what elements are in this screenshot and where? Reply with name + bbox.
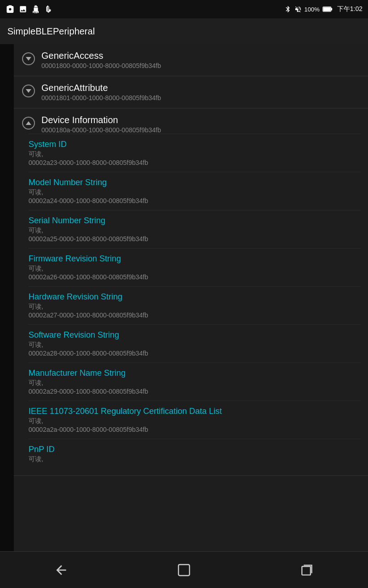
characteristic-item-serial-number-string[interactable]: Serial Number String 可读, 00002a25-0000-1… xyxy=(29,210,361,248)
characteristic-props-hardware-revision-string: 可读, xyxy=(29,303,353,311)
characteristic-props-ieee-cert: 可读, xyxy=(29,417,353,425)
characteristic-props-pnp-id: 可读, xyxy=(29,455,353,464)
bluetooth-icon xyxy=(284,5,292,14)
chevron-btn-generic-attribute[interactable] xyxy=(21,84,36,98)
svg-rect-4 xyxy=(302,566,310,575)
characteristic-item-software-revision-string[interactable]: Software Revision String 可读, 00002a28-00… xyxy=(29,324,361,362)
characteristic-props-system-id: 可读, xyxy=(29,150,353,158)
service-item-generic-access: GenericAccess 00001800-0000-1000-8000-00… xyxy=(14,44,368,76)
time-display: 下午1:02 xyxy=(337,5,362,13)
status-bar-right: 100% 下午1:02 xyxy=(284,5,363,14)
characteristic-uuid-ieee-cert: 00002a2a-0000-1000-8000-00805f9b34fb xyxy=(29,426,353,433)
characteristic-name-system-id: System ID xyxy=(29,140,353,149)
chevron-btn-generic-access[interactable] xyxy=(21,51,36,66)
characteristic-item-manufacturer-name-string[interactable]: Manufacturer Name String 可读, 00002a29-00… xyxy=(29,362,361,401)
image-icon xyxy=(18,5,28,14)
service-info-generic-attribute: GenericAttribute 00001801-0000-1000-8000… xyxy=(41,83,361,102)
service-uuid-generic-access: 00001800-0000-1000-8000-00805f9b34fb xyxy=(41,62,361,69)
service-uuid-device-information: 0000180a-0000-1000-8000-00805f9b34fb xyxy=(41,126,361,134)
service-info-generic-access: GenericAccess 00001800-0000-1000-8000-00… xyxy=(41,51,361,69)
android-icon xyxy=(31,5,40,14)
characteristic-props-software-revision-string: 可读, xyxy=(29,341,353,349)
characteristic-item-system-id[interactable]: System ID 可读, 00002a23-0000-1000-8000-00… xyxy=(29,134,361,172)
chevron-icon-generic-access xyxy=(22,52,35,65)
status-bar: 100% 下午1:02 xyxy=(0,0,368,18)
characteristic-uuid-hardware-revision-string: 00002a27-0000-1000-8000-00805f9b34fb xyxy=(29,311,353,319)
home-button[interactable] xyxy=(166,557,202,583)
app-title-bar: SimpleBLEPeripheral xyxy=(0,18,368,44)
service-name-device-information: Device Information xyxy=(41,115,361,125)
svg-rect-1 xyxy=(331,8,332,10)
svg-rect-2 xyxy=(323,7,330,11)
usb-icon xyxy=(44,5,53,14)
nav-bar xyxy=(0,551,368,588)
app-title: SimpleBLEPeripheral xyxy=(7,26,95,37)
characteristic-name-manufacturer-name-string: Manufacturer Name String xyxy=(29,368,353,378)
battery-text: 100% xyxy=(305,6,320,13)
chevron-icon-device-information xyxy=(22,117,35,130)
camera-icon xyxy=(6,5,15,14)
mute-icon xyxy=(294,5,302,14)
characteristic-item-firmware-revision-string[interactable]: Firmware Revision String 可读, 00002a26-00… xyxy=(29,248,361,286)
svg-rect-3 xyxy=(178,565,190,576)
chevron-btn-device-information[interactable] xyxy=(21,116,36,130)
service-uuid-generic-attribute: 00001801-0000-1000-8000-00805f9b34fb xyxy=(41,94,361,102)
service-header-generic-access: GenericAccess 00001800-0000-1000-8000-00… xyxy=(21,51,361,69)
characteristic-item-pnp-id[interactable]: PnP ID 可读, xyxy=(29,439,361,469)
characteristic-props-serial-number-string: 可读, xyxy=(29,226,353,235)
characteristic-name-firmware-revision-string: Firmware Revision String xyxy=(29,254,353,264)
characteristic-item-hardware-revision-string[interactable]: Hardware Revision String 可读, 00002a27-00… xyxy=(29,286,361,324)
characteristic-props-firmware-revision-string: 可读, xyxy=(29,265,353,273)
characteristic-name-model-number-string: Model Number String xyxy=(29,178,353,187)
characteristic-uuid-software-revision-string: 00002a28-0000-1000-8000-00805f9b34fb xyxy=(29,350,353,357)
back-button[interactable] xyxy=(43,557,80,583)
main-panel[interactable]: GenericAccess 00001800-0000-1000-8000-00… xyxy=(14,44,368,551)
service-header-generic-attribute: GenericAttribute 00001801-0000-1000-8000… xyxy=(21,83,361,102)
service-name-generic-access: GenericAccess xyxy=(41,51,361,61)
characteristic-name-hardware-revision-string: Hardware Revision String xyxy=(29,292,353,302)
chevron-icon-generic-attribute xyxy=(22,85,35,97)
recent-button[interactable] xyxy=(288,557,325,583)
characteristic-name-software-revision-string: Software Revision String xyxy=(29,330,353,340)
characteristic-uuid-system-id: 00002a23-0000-1000-8000-00805f9b34fb xyxy=(29,159,353,166)
status-bar-left-icons xyxy=(6,5,53,14)
characteristic-uuid-manufacturer-name-string: 00002a29-0000-1000-8000-00805f9b34fb xyxy=(29,388,353,395)
service-name-generic-attribute: GenericAttribute xyxy=(41,83,361,93)
characteristic-name-pnp-id: PnP ID xyxy=(29,445,353,454)
service-item-device-information: Device Information 0000180a-0000-1000-80… xyxy=(14,108,368,476)
characteristic-props-model-number-string: 可读, xyxy=(29,188,353,197)
characteristics-device-information: System ID 可读, 00002a23-0000-1000-8000-00… xyxy=(21,134,361,469)
characteristic-uuid-firmware-revision-string: 00002a26-0000-1000-8000-00805f9b34fb xyxy=(29,273,353,281)
service-header-device-information: Device Information 0000180a-0000-1000-80… xyxy=(21,115,361,134)
battery-icon xyxy=(322,6,333,12)
service-info-device-information: Device Information 0000180a-0000-1000-80… xyxy=(41,115,361,134)
characteristic-item-ieee-cert[interactable]: IEEE 11073-20601 Regulatory Certificatio… xyxy=(29,401,361,439)
characteristic-uuid-model-number-string: 00002a24-0000-1000-8000-00805f9b34fb xyxy=(29,197,353,204)
service-item-generic-attribute: GenericAttribute 00001801-0000-1000-8000… xyxy=(14,76,368,108)
characteristic-item-model-number-string[interactable]: Model Number String 可读, 00002a24-0000-10… xyxy=(29,172,361,210)
characteristic-uuid-serial-number-string: 00002a25-0000-1000-8000-00805f9b34fb xyxy=(29,235,353,243)
characteristic-name-ieee-cert: IEEE 11073-20601 Regulatory Certificatio… xyxy=(29,407,353,416)
characteristic-props-manufacturer-name-string: 可读, xyxy=(29,379,353,387)
characteristic-name-serial-number-string: Serial Number String xyxy=(29,216,353,226)
